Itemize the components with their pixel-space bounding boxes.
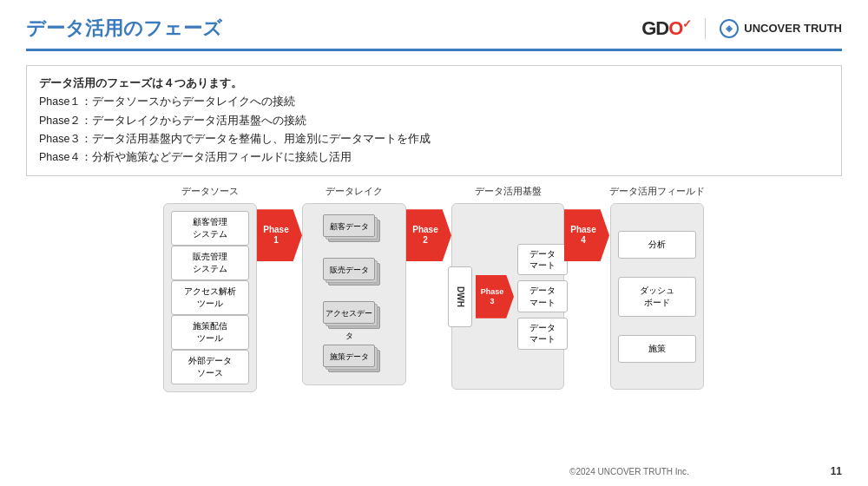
sources-label: データソース xyxy=(181,185,239,198)
source-item-2: 販売管理システム xyxy=(171,246,249,280)
footer-copyright: ©2024 UNCOVER TRUTH Inc. xyxy=(428,467,830,476)
lake-box: 顧客データ 販売データ アクセスデータ 施策データ xyxy=(302,203,406,385)
mart-item-1: データマート xyxy=(517,244,568,276)
stack-policy: 施策データ xyxy=(323,345,385,376)
desc-line4: Phase３：データ活用基盤内でデータを整備し、用途別にデータマートを作成 xyxy=(39,130,829,148)
phase1-label: Phase1 xyxy=(263,225,295,246)
platform-box: DWH Phase3 データマート データマート データマート xyxy=(451,203,564,390)
sources-box: 顧客管理システム 販売管理システム アクセス解析ツール 施策配信ツール 外部デー… xyxy=(163,203,257,392)
logo-divider xyxy=(705,18,706,39)
phase2-label: Phase2 xyxy=(412,225,444,246)
phase1-arrow: Phase1 xyxy=(257,209,302,261)
mart-item-3: データマート xyxy=(517,318,568,350)
stack-customer-label: 顧客データ xyxy=(323,214,375,237)
diagram: データソース 顧客管理システム 販売管理システム アクセス解析ツール 施策配信ツ… xyxy=(9,185,859,392)
sources-column: データソース 顧客管理システム 販売管理システム アクセス解析ツール 施策配信ツ… xyxy=(163,185,257,392)
title-underline xyxy=(26,49,842,51)
field-label: データ活用フィールド xyxy=(609,185,705,198)
source-item-5: 外部データソース xyxy=(171,350,249,384)
field-column: データ活用フィールド 分析 ダッシュボード 施策 xyxy=(609,185,705,390)
phase4-arrow: Phase4 xyxy=(564,209,609,261)
lake-stacks: 顧客データ 販売データ アクセスデータ 施策データ xyxy=(323,214,385,376)
desc-line1: データ活用のフェーズは４つあります。 xyxy=(39,75,829,93)
phase4-arrow-container: Phase4 xyxy=(564,185,609,261)
marts-group: データマート データマート データマート xyxy=(517,244,568,350)
stack-sales-label: 販売データ xyxy=(323,258,375,280)
uncover-logo-text: UNCOVER TRUTH xyxy=(744,22,842,35)
stack-access-label: アクセスデータ xyxy=(323,301,375,324)
stack-customer: 顧客データ xyxy=(323,214,385,246)
lake-label: データレイク xyxy=(326,185,383,198)
stack-sales: 販売データ xyxy=(323,258,385,289)
source-item-1: 顧客管理システム xyxy=(171,211,249,246)
dwh-box: DWH xyxy=(448,266,472,327)
source-item-4: 施策配信ツール xyxy=(171,315,249,350)
stack-access: アクセスデータ xyxy=(323,301,385,332)
phase3-mini-arrow: Phase3 xyxy=(476,275,514,319)
phase3-label: Phase3 xyxy=(481,287,510,306)
desc-line2: Phase１：データソースからデータレイクへの接続 xyxy=(39,93,829,111)
phase2-arrow: Phase2 xyxy=(406,209,451,261)
uncover-logo: ◈ UNCOVER TRUTH xyxy=(720,19,842,38)
platform-column: データ活用基盤 DWH Phase3 データマート データマート データマート xyxy=(451,185,564,390)
phase1-arrow-container: Phase1 xyxy=(257,185,302,261)
field-box: 分析 ダッシュボード 施策 xyxy=(610,203,704,390)
lake-column: データレイク 顧客データ 販売データ アクセスデータ xyxy=(302,185,406,385)
phase4-label: Phase4 xyxy=(570,225,602,246)
field-item-3: 施策 xyxy=(618,335,696,363)
field-item-1: 分析 xyxy=(618,231,696,259)
field-item-2: ダッシュボード xyxy=(618,277,696,317)
header: データ活用のフェーズ GDO✓ ◈ UNCOVER TRUTH xyxy=(0,0,868,42)
description-box: データ活用のフェーズは４つあります。 Phase１：データソースからデータレイク… xyxy=(26,65,842,176)
phase3-arrow: Phase3 xyxy=(476,275,514,319)
dwh-container: DWH xyxy=(448,266,472,327)
gdo-logo: GDO✓ xyxy=(641,17,691,40)
source-item-3: アクセス解析ツール xyxy=(171,280,249,315)
logos: GDO✓ ◈ UNCOVER TRUTH xyxy=(641,17,842,40)
footer-page-number: 11 xyxy=(831,465,842,477)
desc-line5: Phase４：分析や施策などデータ活用フィールドに接続し活用 xyxy=(39,148,829,167)
platform-label: データ活用基盤 xyxy=(475,185,542,198)
uncover-icon: ◈ xyxy=(720,19,739,38)
page-title: データ活用のフェーズ xyxy=(26,16,222,42)
stack-policy-label: 施策データ xyxy=(323,345,375,367)
footer: ©2024 UNCOVER TRUTH Inc. 11 xyxy=(0,465,868,477)
desc-line3: Phase２：データレイクからデータ活用基盤への接続 xyxy=(39,112,829,130)
platform-inner: DWH Phase3 データマート データマート データマート xyxy=(448,244,568,350)
phase2-arrow-container: Phase2 xyxy=(406,185,451,261)
gdo-accent: O xyxy=(668,17,682,39)
mart-item-2: データマート xyxy=(517,280,568,312)
